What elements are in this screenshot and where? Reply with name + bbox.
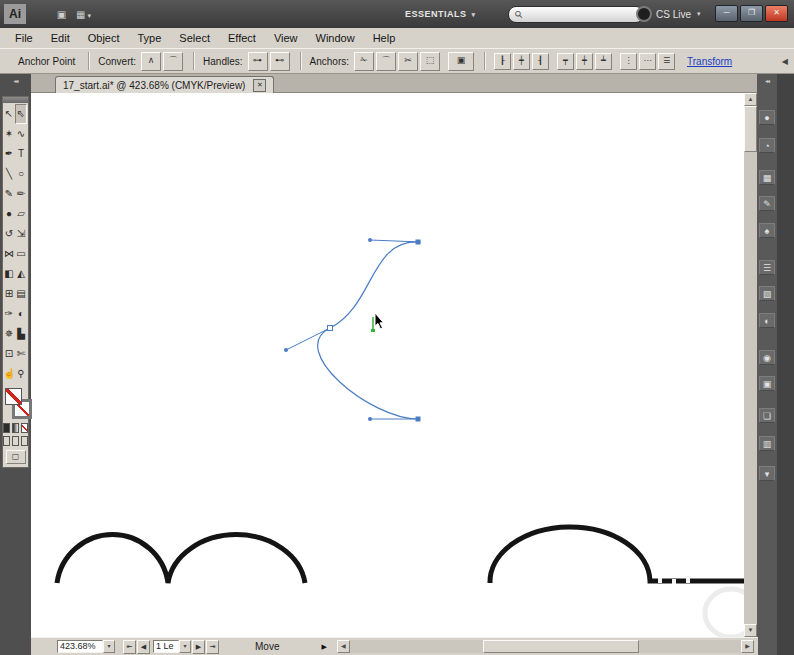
magic-wand-tool[interactable]: ✶: [3, 124, 15, 144]
hand-tool[interactable]: ☝: [3, 364, 15, 384]
anchor-point[interactable]: [328, 326, 333, 331]
remove-anchor-button[interactable]: ✁: [354, 52, 374, 71]
align-center-button[interactable]: ┿: [513, 53, 530, 70]
color-guide-panel-icon[interactable]: ◔: [759, 138, 775, 153]
convert-to-smooth-button[interactable]: ⌒: [163, 52, 183, 71]
show-handles-button[interactable]: ⊶: [248, 52, 268, 71]
transparency-panel-icon[interactable]: ◐: [759, 313, 775, 328]
stroke-panel-icon[interactable]: ☰: [759, 260, 775, 275]
menu-view[interactable]: View: [265, 28, 307, 48]
vertical-scrollbar-thumb[interactable]: [744, 106, 757, 152]
align-middle-button[interactable]: ┿: [576, 53, 593, 70]
draw-normal-button[interactable]: [3, 436, 10, 446]
anchor-point-selected[interactable]: [416, 417, 421, 422]
hide-handles-button[interactable]: ⊷: [270, 52, 290, 71]
scroll-right-icon[interactable]: ▶: [741, 640, 754, 653]
layers-panel-icon[interactable]: ❏: [759, 408, 775, 423]
control-bar-overflow-icon[interactable]: ◀: [782, 57, 788, 66]
cut-path-button[interactable]: ✂: [398, 52, 418, 71]
color-button[interactable]: [3, 423, 10, 433]
scroll-down-icon[interactable]: ▼: [744, 624, 757, 637]
column-graph-tool[interactable]: ▙: [15, 324, 27, 344]
slice-tool[interactable]: ✄: [15, 344, 27, 364]
scallop-path-right[interactable]: [490, 527, 745, 583]
menu-edit[interactable]: Edit: [42, 28, 79, 48]
artboard-canvas[interactable]: [31, 93, 745, 637]
shape-builder-tool[interactable]: ◧: [3, 264, 15, 284]
free-transform-tool[interactable]: ▭: [15, 244, 27, 264]
pencil-tool[interactable]: ✏: [15, 184, 27, 204]
transform-link[interactable]: Transform: [687, 56, 732, 67]
last-artboard-button[interactable]: ⇥: [206, 640, 219, 654]
arrange-documents-button[interactable]: ▦▾: [76, 7, 91, 22]
screen-mode-button[interactable]: ▢: [6, 450, 26, 464]
pen-tool[interactable]: ✒: [3, 144, 15, 164]
draw-behind-button[interactable]: [12, 436, 19, 446]
distribute-spacing-button[interactable]: ☰: [658, 53, 675, 70]
menu-help[interactable]: Help: [364, 28, 405, 48]
app-logo[interactable]: Ai: [4, 4, 26, 24]
horizontal-scrollbar[interactable]: ◀ ▶: [337, 639, 754, 654]
cs-live-button[interactable]: CS Live ▾: [636, 6, 701, 22]
rotate-tool[interactable]: ↺: [3, 224, 15, 244]
close-tab-icon[interactable]: ✕: [253, 79, 266, 92]
status-flyout-icon[interactable]: ▶: [321, 643, 326, 651]
swatches-panel-icon[interactable]: ▦: [759, 170, 775, 185]
expand-panels-icon[interactable]: ◂◂: [757, 77, 777, 84]
selection-tool[interactable]: ↖: [3, 104, 15, 124]
fill-color-swatch[interactable]: [5, 388, 22, 405]
direction-handle[interactable]: [368, 238, 372, 242]
color-panel-icon[interactable]: ●: [759, 110, 775, 125]
align-top-button[interactable]: ┯: [557, 53, 574, 70]
menu-type[interactable]: Type: [129, 28, 171, 48]
artboard-tool[interactable]: ⊡: [3, 344, 15, 364]
artboards-panel-icon[interactable]: ▥: [759, 436, 775, 451]
zoom-tool[interactable]: ⚲: [15, 364, 27, 384]
horizontal-scrollbar-thumb[interactable]: [483, 640, 639, 653]
connect-endpoints-button[interactable]: ⌒: [376, 52, 396, 71]
menu-file[interactable]: File: [6, 28, 42, 48]
menu-select[interactable]: Select: [170, 28, 219, 48]
restore-button[interactable]: ❐: [740, 5, 763, 22]
next-artboard-button[interactable]: ▶: [192, 640, 205, 654]
eraser-tool[interactable]: ▱: [15, 204, 27, 224]
direction-handle[interactable]: [368, 417, 372, 421]
gradient-panel-icon[interactable]: ▧: [759, 286, 775, 301]
line-segment-tool[interactable]: ╲: [3, 164, 15, 184]
direction-handle[interactable]: [284, 348, 288, 352]
appearance-panel-icon[interactable]: ◉: [759, 350, 775, 365]
paintbrush-tool[interactable]: ✎: [3, 184, 15, 204]
convert-to-corner-button[interactable]: ∧: [141, 52, 161, 71]
workspace-switcher[interactable]: ESSENTIALS ▾: [405, 6, 476, 22]
width-tool[interactable]: ⋈: [3, 244, 15, 264]
document-tab[interactable]: 17_start.ai* @ 423.68% (CMYK/Preview) ✕: [55, 76, 274, 94]
menu-object[interactable]: Object: [79, 28, 129, 48]
horizontal-scrollbar-track[interactable]: [350, 640, 741, 653]
scale-tool[interactable]: ⇲: [15, 224, 27, 244]
artboard-navigation-field[interactable]: 1 Le: [153, 640, 179, 653]
lasso-tool[interactable]: ∿: [15, 124, 27, 144]
gradient-button[interactable]: [12, 423, 19, 433]
align-bottom-button[interactable]: ┷: [595, 53, 612, 70]
distribute-vertical-button[interactable]: ⋮: [620, 53, 637, 70]
isolate-object-button[interactable]: ▣: [448, 52, 474, 71]
anchor-point-selected[interactable]: [416, 240, 421, 245]
collapse-tools-icon[interactable]: ◂◂: [0, 77, 31, 84]
artboard-dropdown-icon[interactable]: ▾: [179, 640, 191, 653]
first-artboard-button[interactable]: ⇤: [123, 640, 136, 654]
launch-bridge-icon[interactable]: ▣: [54, 7, 69, 22]
minimize-button[interactable]: ─: [715, 5, 738, 22]
distribute-horizontal-button[interactable]: ⋯: [639, 53, 656, 70]
perspective-grid-tool[interactable]: ◭: [15, 264, 27, 284]
menu-window[interactable]: Window: [307, 28, 364, 48]
graphic-styles-panel-icon[interactable]: ▣: [759, 376, 775, 391]
gradient-tool[interactable]: ▤: [15, 284, 27, 304]
tools-panel-header[interactable]: [3, 97, 28, 103]
scallop-path-left[interactable]: [57, 534, 305, 583]
draw-inside-button[interactable]: [21, 436, 28, 446]
align-left-button[interactable]: ┠: [494, 53, 511, 70]
none-button[interactable]: [21, 423, 28, 433]
align-right-button[interactable]: ┨: [532, 53, 549, 70]
search-box[interactable]: ⚲: [508, 6, 644, 23]
panel-overflow-icon[interactable]: ▾: [759, 466, 775, 481]
